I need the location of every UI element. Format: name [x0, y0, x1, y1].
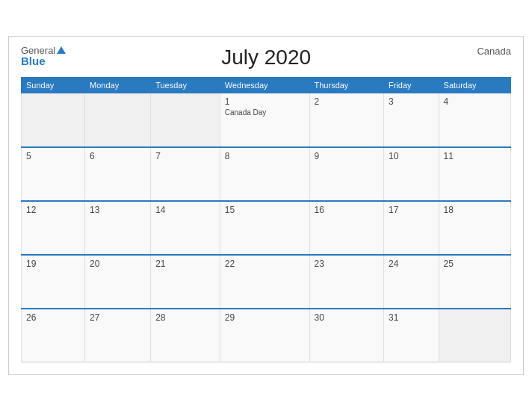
day-cell: 23 [309, 255, 383, 309]
day-cell: 21 [151, 255, 220, 309]
day-number: 26 [26, 312, 80, 323]
weekday-header-monday: Monday [85, 78, 151, 93]
calendar-container: General Blue July 2020 Canada SundayMond… [8, 36, 524, 375]
day-cell: 8 [220, 147, 309, 201]
day-cell: 14 [151, 201, 220, 255]
day-cell: 16 [309, 201, 383, 255]
day-cell: 25 [439, 255, 510, 309]
day-cell: 12 [22, 201, 85, 255]
day-cell: 15 [220, 201, 309, 255]
day-cell: 2 [309, 93, 383, 147]
day-cell: 28 [151, 309, 220, 362]
day-number: 10 [389, 151, 434, 161]
day-cell: 26 [22, 309, 85, 362]
weekday-header-saturday: Saturday [439, 78, 510, 93]
weekday-header-tuesday: Tuesday [151, 78, 220, 93]
week-row-5: 262728293031 [22, 309, 511, 362]
day-number: 13 [90, 205, 146, 215]
weekday-header-thursday: Thursday [309, 78, 383, 93]
day-cell: 17 [383, 201, 439, 255]
event-label: Canada Day [225, 108, 305, 117]
day-cell: 20 [85, 255, 151, 309]
day-cell [439, 309, 510, 362]
day-number: 25 [444, 259, 506, 269]
day-cell: 7 [151, 147, 220, 201]
day-number: 5 [26, 151, 80, 161]
week-row-1: 1Canada Day234 [22, 93, 511, 147]
calendar-title: July 2020 [66, 46, 466, 69]
day-cell: 24 [383, 255, 439, 309]
week-row-2: 567891011 [22, 147, 511, 201]
day-cell: 27 [85, 309, 151, 362]
day-number: 23 [315, 259, 379, 269]
day-cell: 31 [383, 309, 439, 362]
day-number: 22 [225, 259, 305, 269]
day-cell: 18 [439, 201, 510, 255]
day-number: 14 [155, 205, 215, 215]
day-number: 1 [225, 96, 305, 107]
day-number: 12 [26, 205, 80, 215]
day-cell: 22 [220, 255, 309, 309]
day-number: 9 [315, 151, 379, 161]
week-row-3: 12131415161718 [22, 201, 511, 255]
day-number: 3 [389, 96, 434, 107]
day-cell: 11 [439, 147, 510, 201]
day-number: 20 [90, 259, 146, 269]
day-cell: 3 [383, 93, 439, 147]
day-cell: 4 [439, 93, 510, 147]
calendar-table: SundayMondayTuesdayWednesdayThursdayFrid… [21, 77, 511, 362]
country-label: Canada [466, 46, 511, 57]
day-cell: 29 [220, 309, 309, 362]
day-number: 11 [444, 151, 506, 161]
day-number: 7 [155, 151, 215, 161]
weekday-header-friday: Friday [383, 78, 439, 93]
day-number: 21 [155, 259, 215, 269]
logo-blue-text: Blue [21, 55, 46, 67]
day-number: 18 [444, 205, 506, 215]
day-number: 17 [389, 205, 434, 215]
weekday-header-row: SundayMondayTuesdayWednesdayThursdayFrid… [22, 78, 511, 93]
day-number: 28 [155, 312, 215, 323]
day-cell [151, 93, 220, 147]
day-number: 31 [389, 312, 434, 323]
day-number: 30 [315, 312, 379, 323]
day-cell: 19 [22, 255, 85, 309]
day-number: 6 [90, 151, 146, 161]
day-cell [22, 93, 85, 147]
calendar-header: General Blue July 2020 Canada [21, 46, 511, 69]
day-number: 16 [315, 205, 379, 215]
logo-triangle-icon [57, 46, 66, 54]
day-number: 8 [225, 151, 305, 161]
logo-area: General Blue [21, 46, 66, 67]
day-cell [85, 93, 151, 147]
day-cell: 10 [383, 147, 439, 201]
day-number: 27 [90, 312, 146, 323]
day-cell: 13 [85, 201, 151, 255]
day-number: 4 [444, 96, 506, 107]
day-cell: 1Canada Day [220, 93, 309, 147]
weekday-header-wednesday: Wednesday [220, 78, 309, 93]
day-cell: 30 [309, 309, 383, 362]
day-cell: 5 [22, 147, 85, 201]
day-cell: 6 [85, 147, 151, 201]
day-number: 24 [389, 259, 434, 269]
day-number: 15 [225, 205, 305, 215]
day-number: 19 [26, 259, 80, 269]
day-number: 29 [225, 312, 305, 323]
day-cell: 9 [309, 147, 383, 201]
day-number: 2 [315, 96, 379, 107]
weekday-header-sunday: Sunday [22, 78, 85, 93]
week-row-4: 19202122232425 [22, 255, 511, 309]
